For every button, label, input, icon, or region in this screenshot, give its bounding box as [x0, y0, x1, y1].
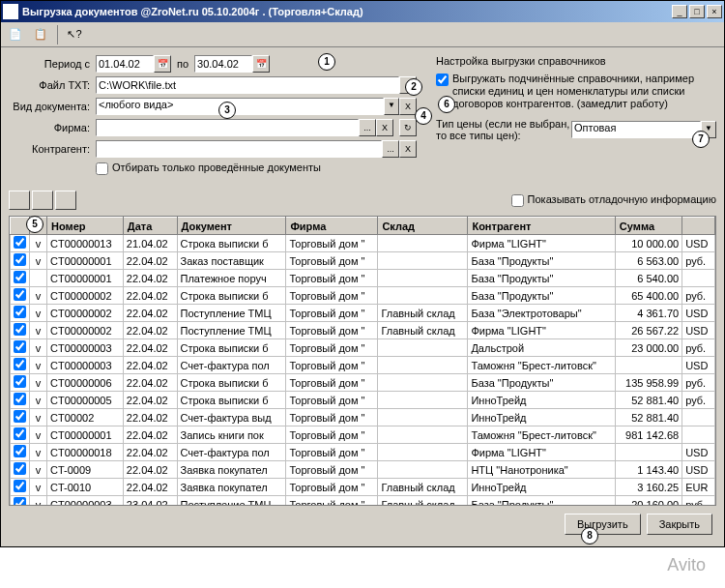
row-checkbox[interactable] [14, 410, 26, 423]
only-posted-label: Отбирать только проведённые документы [112, 162, 321, 174]
row-checkbox[interactable] [14, 253, 26, 266]
cell-contractor: НТЦ "Нанотроника" [468, 461, 615, 479]
cell-document: Строка выписки б [177, 374, 286, 392]
view-button-1[interactable] [9, 191, 30, 210]
col-header[interactable] [682, 218, 715, 235]
file-path-input[interactable] [96, 76, 399, 94]
row-checkbox[interactable] [14, 375, 26, 388]
contractor-input[interactable] [96, 140, 382, 158]
table-row[interactable]: vCT0000000622.04.02Строка выписки бТорго… [11, 374, 715, 392]
cell-document: Поступление ТМЦ [177, 322, 286, 339]
toolbar-separator [57, 25, 58, 44]
table-row[interactable]: vCT-001022.04.02Заявка покупателТорговый… [11, 479, 715, 496]
cell-firm: Торговый дом " [286, 287, 378, 305]
table-row[interactable]: vCT0000000222.04.02Строка выписки бТорго… [11, 287, 715, 305]
table-row[interactable]: vCT0000000122.04.02Запись книги покТорго… [11, 426, 715, 444]
row-checkbox[interactable] [14, 393, 26, 405]
table-row[interactable]: vCT0000000222.04.02Поступление ТМЦТоргов… [11, 322, 715, 339]
doctype-combo[interactable]: <любого вида> [96, 98, 384, 115]
row-checkbox[interactable] [14, 340, 26, 353]
cell-contractor: База "Продукты" [468, 496, 615, 507]
callout-3: 3 [218, 102, 236, 119]
cell-store [378, 339, 468, 357]
row-checkbox[interactable] [14, 427, 26, 440]
cell-sum: 6 540.00 [615, 270, 682, 287]
export-button[interactable]: Выгрузить [565, 514, 641, 535]
toolbar-button-2[interactable]: 📋 [30, 24, 51, 45]
cell-date: 22.04.02 [123, 374, 177, 392]
table-row[interactable]: vCT-000922.04.02Заявка покупателТорговый… [11, 461, 715, 479]
cell-currency: руб. [682, 339, 715, 357]
row-checkbox[interactable] [14, 288, 26, 301]
row-checkbox[interactable] [14, 480, 26, 492]
col-header[interactable]: Дата [123, 218, 177, 235]
cell-store: Главный склад [378, 496, 468, 507]
cell-currency: руб. [682, 496, 715, 507]
row-checkbox[interactable] [14, 323, 26, 336]
table-row[interactable]: vCT0000000122.04.02Заказ поставщикТоргов… [11, 252, 715, 270]
row-checkbox[interactable] [14, 462, 26, 475]
minimize-button[interactable]: _ [672, 5, 687, 18]
file-label: Файл TXT: [9, 79, 96, 91]
cell-date: 22.04.02 [123, 357, 177, 374]
debug-checkbox[interactable] [511, 194, 524, 207]
cell-currency: USD [682, 322, 715, 339]
table-row[interactable]: vCT0000000222.04.02Поступление ТМЦТоргов… [11, 305, 715, 322]
table-row[interactable]: vCT0000001822.04.02Счет-фактура полТорго… [11, 444, 715, 461]
col-header[interactable]: Документ [177, 218, 286, 235]
close-button[interactable]: × [707, 5, 722, 18]
firm-browse-button[interactable]: ... [359, 119, 376, 136]
toolbar-help-button[interactable]: ↖? [64, 24, 85, 45]
row-checkbox[interactable] [14, 445, 26, 457]
cell-sum [615, 444, 682, 461]
table-row[interactable]: vCT0000222.04.02Счет-фактура выдТорговый… [11, 409, 715, 426]
view-button-2[interactable] [32, 191, 53, 210]
cell-currency: USD [682, 235, 715, 252]
col-header[interactable]: Сумма [615, 218, 682, 235]
col-header[interactable]: Фирма [286, 218, 378, 235]
contractor-clear-button[interactable]: X [399, 140, 417, 158]
row-checkbox[interactable] [14, 271, 26, 283]
sub-directories-checkbox[interactable] [436, 74, 449, 86]
price-type-combo[interactable]: Оптовая [571, 121, 701, 138]
calendar-from-button[interactable]: 📅 [154, 55, 171, 73]
cell-document: Поступление ТМЦ [177, 496, 286, 507]
close-dialog-button[interactable]: Закрыть [647, 514, 712, 535]
period-to-input[interactable] [194, 55, 252, 73]
col-header[interactable]: Контрагент [468, 218, 615, 235]
view-button-3[interactable] [55, 191, 76, 210]
maximize-button[interactable]: □ [689, 5, 705, 18]
table-row[interactable]: vCT0000000522.04.02Строка выписки бТорго… [11, 392, 715, 409]
cell-firm: Торговый дом " [286, 374, 378, 392]
refresh-button[interactable]: ↻ [399, 119, 417, 136]
cell-sum: 135 958.99 [615, 374, 682, 392]
table-row[interactable]: vCT0000000323.04.02Поступление ТМЦТоргов… [11, 496, 715, 507]
col-header[interactable]: Склад [378, 218, 468, 235]
table-row[interactable]: CT0000000122.04.02Платежное поручТорговы… [11, 270, 715, 287]
calendar-to-button[interactable]: 📅 [252, 55, 270, 73]
row-posted-mark: v [30, 409, 47, 426]
cell-firm: Торговый дом " [286, 426, 378, 444]
cell-date: 22.04.02 [123, 270, 177, 287]
contractor-browse-button[interactable]: ... [382, 140, 399, 158]
table-row[interactable]: vCT0000000322.04.02Строка выписки бТорго… [11, 339, 715, 357]
row-checkbox[interactable] [14, 358, 26, 370]
table-row[interactable]: vCT0000001321.04.02Строка выписки бТорго… [11, 235, 715, 252]
row-checkbox[interactable] [14, 497, 26, 506]
toolbar-button-1[interactable]: 📄 [5, 24, 26, 45]
cell-firm: Торговый дом " [286, 479, 378, 496]
documents-grid[interactable]: НомерДатаДокументФирмаСкладКонтрагентСум… [9, 216, 716, 506]
row-checkbox[interactable] [14, 306, 26, 318]
table-row[interactable]: vCT0000000322.04.02Счет-фактура полТорго… [11, 357, 715, 374]
row-checkbox[interactable] [14, 236, 26, 249]
cell-currency [682, 426, 715, 444]
only-posted-checkbox[interactable] [96, 162, 108, 175]
doctype-clear-button[interactable]: X [399, 98, 417, 115]
cell-firm: Торговый дом " [286, 409, 378, 426]
col-header[interactable]: Номер [47, 218, 124, 235]
cell-number: CT00000002 [47, 305, 124, 322]
firm-input[interactable] [96, 119, 359, 136]
doctype-dropdown-icon[interactable]: ▼ [384, 98, 399, 115]
firm-clear-button[interactable]: X [376, 119, 393, 136]
period-from-input[interactable] [96, 55, 154, 73]
